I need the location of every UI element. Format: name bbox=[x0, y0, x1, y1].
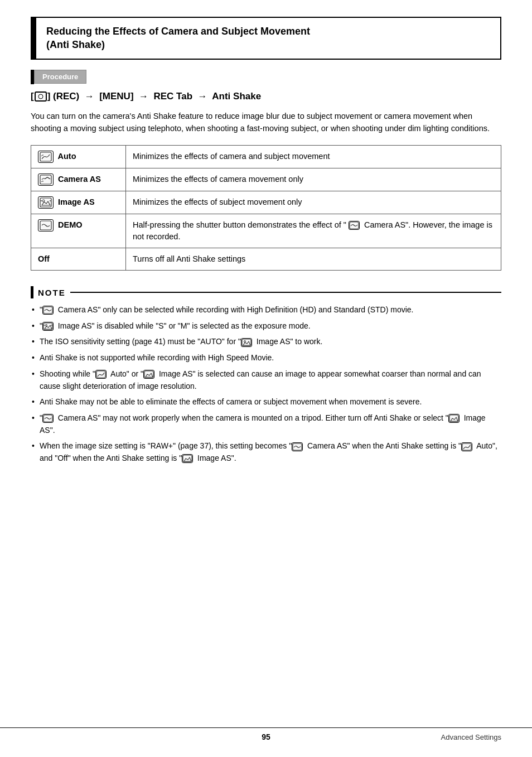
table-cell-label: Camera AS bbox=[31, 168, 126, 191]
table-cell-desc: Minimizes the effects of camera movement… bbox=[126, 168, 501, 191]
table-row: Auto Minimizes the effects of camera and… bbox=[31, 145, 501, 168]
note-image-icon-3 bbox=[143, 370, 154, 379]
table-cell-desc: Half-pressing the shutter button demonst… bbox=[126, 214, 501, 248]
nav-path: [ ] (REC) → [MENU] → REC Tab → Anti Shak… bbox=[31, 91, 501, 102]
table-row: DEMO Half-pressing the shutter button de… bbox=[31, 214, 501, 248]
table-row: Image AS Minimizes the effects of subjec… bbox=[31, 191, 501, 214]
list-item: " Image AS" is disabled while "S" or "M"… bbox=[31, 320, 501, 332]
demo-label: DEMO bbox=[58, 220, 83, 229]
note-image-icon-1 bbox=[42, 322, 54, 331]
page-header: Reducing the Effects of Camera and Subje… bbox=[31, 17, 501, 60]
list-item: " Camera AS" only can be selected while … bbox=[31, 304, 501, 316]
procedure-label: Procedure bbox=[34, 70, 86, 84]
header-accent-bar bbox=[32, 18, 36, 59]
note-header: NOTE bbox=[31, 286, 501, 298]
note-image-icon-5 bbox=[182, 454, 193, 463]
camera-as-icon bbox=[38, 173, 54, 186]
note-accent-bar bbox=[31, 286, 33, 298]
table-cell-label: Off bbox=[31, 248, 126, 271]
note-title: NOTE bbox=[38, 288, 66, 297]
svg-point-8 bbox=[45, 325, 47, 326]
note-auto-icon-2 bbox=[461, 442, 472, 451]
note-image-icon-4 bbox=[448, 414, 460, 423]
list-item: Anti Shake is not supported while record… bbox=[31, 352, 501, 364]
page-section-label: Advanced Settings bbox=[441, 733, 501, 741]
image-as-icon bbox=[38, 196, 54, 209]
table-cell-desc: Minimizes the effects of subject movemen… bbox=[126, 191, 501, 214]
table-row: Off Turns off all Anti Shake settings bbox=[31, 248, 501, 271]
off-label: Off bbox=[38, 254, 50, 263]
note-camera-icon-1 bbox=[42, 306, 54, 315]
procedure-badge-wrapper: Procedure bbox=[31, 70, 501, 84]
table-cell-desc: Turns off all Anti Shake settings bbox=[126, 248, 501, 271]
svg-rect-2 bbox=[40, 198, 51, 207]
list-item: Anti Shake may not be able to eliminate … bbox=[31, 396, 501, 408]
auto-icon bbox=[38, 151, 54, 163]
note-divider-line bbox=[70, 292, 501, 293]
svg-point-10 bbox=[244, 340, 245, 342]
demo-camera-icon-inline bbox=[349, 221, 360, 230]
image-as-label: Image AS bbox=[58, 197, 95, 206]
svg-rect-1 bbox=[40, 175, 51, 184]
page-wrapper: Reducing the Effects of Camera and Subje… bbox=[0, 0, 532, 502]
settings-table: Auto Minimizes the effects of camera and… bbox=[31, 145, 501, 271]
page-footer: 95 Advanced Settings bbox=[0, 727, 532, 741]
rec-bracket: [ bbox=[31, 91, 34, 102]
camera-icon bbox=[35, 91, 47, 102]
note-section: NOTE " Camera AS" only can be selected w… bbox=[31, 286, 501, 465]
table-cell-label: Image AS bbox=[31, 191, 126, 214]
nav-text: ] (REC) → [MENU] → REC Tab → Anti Shake bbox=[47, 91, 261, 102]
list-item: When the image size setting is "RAW+" (p… bbox=[31, 440, 501, 464]
svg-point-3 bbox=[42, 200, 45, 202]
auto-label: Auto bbox=[58, 152, 76, 161]
note-auto-icon-1 bbox=[95, 370, 107, 379]
table-cell-label: DEMO bbox=[31, 214, 126, 248]
page-number: 95 bbox=[31, 732, 501, 741]
list-item: The ISO sensitivity setting (page 41) mu… bbox=[31, 336, 501, 348]
note-list: " Camera AS" only can be selected while … bbox=[31, 304, 501, 465]
note-image-icon-2 bbox=[241, 338, 252, 347]
table-cell-label: Auto bbox=[31, 145, 126, 168]
note-camera-icon-2 bbox=[42, 414, 54, 423]
note-camera-icon-3 bbox=[292, 442, 303, 451]
list-item: " Camera AS" may not work properly when … bbox=[31, 412, 501, 436]
table-row: Camera AS Minimizes the effects of camer… bbox=[31, 168, 501, 191]
list-item: Shooting while " Auto" or " Image AS" is… bbox=[31, 368, 501, 392]
table-cell-desc: Minimizes the effects of camera and subj… bbox=[126, 145, 501, 168]
demo-icon bbox=[38, 219, 54, 232]
page-title: Reducing the Effects of Camera and Subje… bbox=[36, 18, 320, 59]
intro-paragraph: You can turn on the camera's Anti Shake … bbox=[31, 110, 501, 135]
camera-as-label: Camera AS bbox=[58, 175, 101, 184]
